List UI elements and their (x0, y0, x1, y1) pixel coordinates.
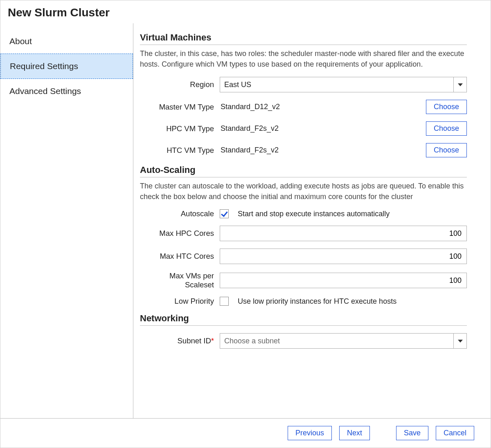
region-select[interactable]: East US (220, 77, 467, 92)
row-low-priority: Low Priority Use low priority instances … (140, 297, 467, 306)
low-priority-check-label: Use low priority instances for HTC execu… (238, 297, 396, 306)
max-vms-input[interactable] (220, 273, 467, 288)
next-button[interactable]: Next (339, 426, 370, 440)
subnet-select-caret[interactable] (453, 334, 466, 348)
row-autoscale: Autoscale Start and stop execute instanc… (140, 209, 467, 218)
choose-hpc-vm-button[interactable]: Choose (426, 121, 467, 136)
row-hpc-vm: HPC VM Type Standard_F2s_v2 Choose (140, 121, 467, 136)
label-max-htc: Max HTC Cores (140, 252, 220, 261)
choose-master-vm-button[interactable]: Choose (426, 100, 467, 114)
autoscale-checkbox[interactable] (220, 209, 229, 218)
previous-button[interactable]: Previous (288, 426, 332, 440)
region-select-value: East US (220, 77, 453, 92)
divider (140, 325, 467, 326)
chevron-down-icon (458, 83, 463, 86)
label-low-priority: Low Priority (140, 297, 220, 306)
row-max-hpc: Max HPC Cores (140, 226, 467, 241)
label-region: Region (140, 80, 220, 89)
divider (140, 45, 467, 45)
label-subnet-text: Subnet ID (178, 336, 211, 345)
htc-vm-value: Standard_F2s_v2 (220, 146, 421, 155)
max-htc-input[interactable] (220, 249, 467, 264)
row-region: Region East US (140, 77, 467, 92)
label-htc-vm: HTC VM Type (140, 146, 220, 155)
master-vm-value: Standard_D12_v2 (220, 103, 421, 111)
save-button[interactable]: Save (396, 426, 428, 440)
content-pane: Virtual Machines The cluster, in this ca… (133, 23, 491, 418)
section-desc-vm: The cluster, in this case, has two roles… (140, 48, 467, 69)
dialog-title: New Slurm Cluster (0, 0, 491, 23)
sidebar: About Required Settings Advanced Setting… (0, 23, 133, 418)
low-priority-checkbox[interactable] (220, 297, 229, 306)
autoscale-check-label: Start and stop execute instances automat… (238, 210, 390, 218)
section-title-networking: Networking (140, 313, 467, 324)
hpc-vm-value: Standard_F2s_v2 (220, 124, 421, 133)
label-subnet: Subnet ID* (140, 336, 220, 345)
subnet-select-placeholder: Choose a subnet (220, 334, 453, 348)
row-master-vm: Master VM Type Standard_D12_v2 Choose (140, 100, 467, 114)
dialog-window: New Slurm Cluster About Required Setting… (0, 0, 491, 448)
label-autoscale: Autoscale (140, 209, 220, 218)
dialog-body: About Required Settings Advanced Setting… (0, 23, 491, 418)
tab-advanced-settings[interactable]: Advanced Settings (0, 79, 133, 103)
row-subnet: Subnet ID* Choose a subnet (140, 333, 467, 349)
row-htc-vm: HTC VM Type Standard_F2s_v2 Choose (140, 143, 467, 157)
row-max-htc: Max HTC Cores (140, 249, 467, 264)
spacer (377, 426, 389, 440)
section-title-vm: Virtual Machines (140, 32, 467, 43)
choose-htc-vm-button[interactable]: Choose (426, 143, 467, 157)
label-max-hpc: Max HPC Cores (140, 229, 220, 238)
tab-about[interactable]: About (0, 29, 133, 54)
label-max-vms: Max VMs per Scaleset (140, 271, 220, 289)
region-select-caret[interactable] (453, 77, 466, 92)
section-title-autoscale: Auto-Scaling (140, 165, 467, 175)
section-desc-autoscale: The cluster can autoscale to the workloa… (140, 181, 467, 202)
tab-required-settings[interactable]: Required Settings (0, 54, 133, 79)
row-max-vms: Max VMs per Scaleset (140, 271, 467, 289)
cancel-button[interactable]: Cancel (436, 426, 474, 440)
divider (140, 177, 467, 177)
dialog-footer: Previous Next Save Cancel (0, 418, 491, 448)
label-hpc-vm: HPC VM Type (140, 124, 220, 133)
label-master-vm: Master VM Type (140, 103, 220, 112)
chevron-down-icon (458, 340, 463, 343)
subnet-select[interactable]: Choose a subnet (220, 333, 467, 349)
required-asterisk: * (211, 336, 214, 345)
max-hpc-input[interactable] (220, 226, 467, 241)
